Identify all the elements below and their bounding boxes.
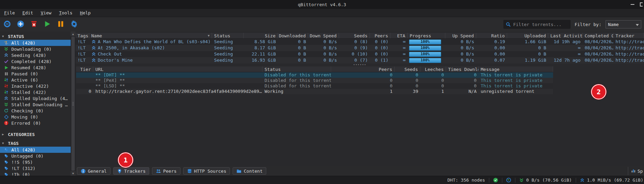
torrent-cell-ratio: 0.07 [476, 57, 507, 63]
torrent-column-header-seeds[interactable]: Seeds [339, 33, 370, 38]
sidebar-item-seeding[interactable]: Seeding (428) [0, 52, 71, 58]
sidebar-item-errored[interactable]: Errored (0) [0, 120, 71, 126]
toolbar-pause-torrent-button[interactable] [56, 20, 65, 29]
tab-http-sources[interactable]: HTTP Sources [183, 167, 230, 175]
torrent-column-header-up_speed[interactable]: Up Speed [445, 33, 476, 38]
menu-view[interactable]: View [38, 10, 54, 16]
filter-by-dropdown[interactable]: Name [606, 20, 641, 28]
sidebar-item-stalled-uploading[interactable]: Stalled Uploading (4… [0, 95, 71, 101]
toolbar-buttons [3, 20, 79, 29]
scrollbar-thumb[interactable] [71, 37, 75, 171]
sidebar-section-status[interactable]: ▼STATUS [0, 33, 71, 40]
tag-icon [3, 172, 9, 176]
tab-general[interactable]: General [77, 167, 110, 175]
splitter-handle[interactable]: •••••• [75, 63, 644, 66]
tracker-column-header-times_downloaded[interactable]: Times Downloaded [446, 66, 479, 72]
plus-circle-icon [17, 20, 24, 29]
torrent-column-header-downloaded[interactable]: Downloaded [278, 33, 308, 38]
tracker-row[interactable]: ** [DHT] **Disabled for this torrent0000… [76, 72, 553, 78]
sidebar-item-resumed[interactable]: Resumed (428) [0, 64, 71, 71]
tab-speed-partial[interactable]: Sp [628, 167, 644, 175]
sidebar-item-tag-all[interactable]: All (428) [0, 147, 71, 153]
tracker-column-header-seeds[interactable]: Seeds [395, 66, 420, 72]
sidebar-item-completed[interactable]: Completed (428) [0, 58, 71, 64]
tracker-column-label-leeches: Leeches [425, 67, 444, 72]
toolbar-add-torrent-link-button[interactable] [3, 20, 12, 29]
tracker-cell-tier [76, 72, 93, 78]
menu-help[interactable]: Help [77, 10, 93, 16]
sidebar-item-stalled-downloading[interactable]: Stalled Downloading … [0, 101, 71, 108]
sidebar-item-moving[interactable]: Moving (0) [0, 114, 71, 120]
chevron-down-icon [636, 22, 639, 27]
torrent-column-header-ratio[interactable]: Ratio [476, 33, 507, 38]
torrent-column-header-down_speed[interactable]: Down Speed [308, 33, 339, 38]
torrent-column-label-completed_on: Completed On [585, 33, 613, 38]
toolbar-options-button[interactable] [70, 20, 79, 29]
torrent-cell-eta: ∞ [390, 57, 408, 63]
sidebar-item-all[interactable]: All (428) [0, 40, 71, 46]
toolbar-delete-torrent-button[interactable] [30, 20, 38, 29]
scroll-down-icon[interactable]: ▼ [71, 171, 75, 176]
sidebar-item-tag-th[interactable]: !Th (0) [0, 171, 71, 176]
sidebar-item-label: Resumed (428) [11, 65, 46, 70]
toolbar-add-torrent-file-button[interactable] [16, 20, 25, 29]
tracker-column-header-status[interactable]: Status [262, 66, 331, 72]
tab-content[interactable]: Content [233, 167, 266, 175]
sidebar-section-categories[interactable]: ▶CATEGORIES [0, 131, 71, 138]
alt-speed-icon[interactable] [506, 177, 511, 183]
sidebar-item-downloading[interactable]: Downloading (0) [0, 46, 71, 52]
tag-icon [3, 159, 9, 165]
torrent-column-header-name[interactable]: Name▼ [89, 33, 212, 38]
menu-tools[interactable]: Tools [56, 10, 75, 16]
tab-peers[interactable]: Peers [152, 167, 180, 175]
minimize-icon[interactable] [631, 4, 634, 5]
torrent-column-header-uploaded[interactable]: Uploaded [507, 33, 548, 38]
torrent-cell-downloaded: 0 B [278, 51, 308, 57]
menu-file[interactable]: File [1, 10, 17, 16]
sidebar-item-checking[interactable]: Checking (0) [0, 108, 71, 114]
tracker-column-header-message[interactable]: Message [479, 66, 553, 72]
torrent-column-header-eta[interactable]: ETA [390, 33, 408, 38]
torrent-row[interactable]: !LTAt 2500, in Akasaka (s02)Seeding8.17 … [75, 45, 644, 51]
tracker-row[interactable]: ** [PeX] **Disabled for this torrent0000… [76, 78, 553, 83]
sidebar-item-tag-untagged[interactable]: Untagged (0) [0, 153, 71, 159]
torrent-row[interactable]: !LTA Man Who Defies the World of BL (s03… [75, 39, 644, 45]
tracker-column-header-peers[interactable]: Peers [331, 66, 395, 72]
maximize-icon[interactable] [640, 2, 643, 7]
toolbar-resume-torrent-button[interactable] [43, 20, 52, 29]
tracker-row[interactable]: ** [LSD] **Disabled for this torrent0000… [76, 83, 553, 89]
torrent-column-header-completed_on[interactable]: Completed On [583, 33, 613, 38]
sidebar-item-tag-lt[interactable]: !LT (312) [0, 165, 71, 171]
sidebar-section-tags[interactable]: ▼TAGS [0, 140, 71, 147]
torrent-column-header-tags[interactable]: Tags [75, 33, 89, 38]
upload-speed-text: 1.0 MiB/s (69.72 GiB) [587, 177, 643, 183]
search-input[interactable] [503, 22, 568, 27]
menu-edit[interactable]: Edit [20, 10, 36, 16]
torrent-column-header-size[interactable]: Size [244, 33, 278, 38]
torrent-column-header-status[interactable]: Status [212, 33, 244, 38]
sidebar-item-tag-s[interactable]: !!S (95) [0, 159, 71, 165]
sidebar-item-active[interactable]: Active (6) [0, 77, 71, 83]
dht-nodes-label: DHT: 356 nodes [447, 177, 485, 183]
torrent-column-header-progress[interactable]: Progress [408, 33, 445, 38]
scroll-up-icon[interactable]: ▲ [71, 32, 75, 36]
tracker-column-header-tier[interactable]: Tier [76, 66, 93, 72]
torrent-column-header-tracker[interactable]: Tracker [613, 33, 644, 38]
sidebar-item-inactive[interactable]: Inactive (422) [0, 83, 71, 89]
torrent-cell-tracker: http://trac [613, 51, 644, 57]
sidebar-scrollbar[interactable]: ▲ ▼ [71, 32, 75, 176]
tab-trackers[interactable]: Trackers [113, 167, 150, 175]
tracker-row[interactable]: 0http://tracker.gaytor.rent:2710/2002dee… [76, 89, 553, 94]
torrent-row[interactable]: !LTDoctor's MineSeeding16.93 GiB0 B0 B/s… [75, 57, 644, 63]
sidebar-item-stalled[interactable]: Stalled (422) [0, 89, 71, 95]
torrent-column-header-peers[interactable]: Peers [370, 33, 390, 38]
tab-label-peers: Peers [163, 169, 176, 174]
torrent-column-header-last_activity[interactable]: Last Activity [548, 33, 583, 38]
tracker-cell-status: Working [262, 89, 331, 94]
torrent-row[interactable]: !LTCheck OutSeeding22.11 GiB0 B0 B/s0 (1… [75, 51, 644, 57]
chevron-right-icon: ▶ [2, 133, 5, 136]
sidebar-item-paused[interactable]: Paused (0) [0, 71, 71, 77]
tracker-column-header-url[interactable]: URL [93, 66, 262, 72]
seeding-icon [91, 46, 96, 50]
tracker-column-header-leeches[interactable]: Leeches [420, 66, 446, 72]
